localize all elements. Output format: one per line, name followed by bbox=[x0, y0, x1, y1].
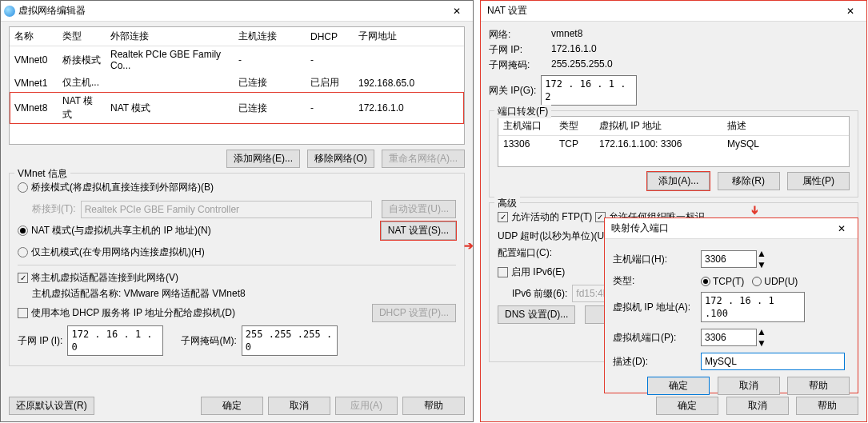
virtual-network-editor-window: 虚拟网络编辑器 ✕ 名称 类型 外部连接 主机连接 DHCP 子网地址 VMne… bbox=[0, 0, 474, 422]
udp-timeout-label: UDP 超时(以秒为单位)(U): bbox=[498, 229, 610, 243]
vm-port-spinner[interactable]: ▲▼ bbox=[757, 326, 766, 349]
close-icon[interactable]: ✕ bbox=[829, 220, 854, 237]
add-network-button[interactable]: 添加网络(E)... bbox=[226, 150, 300, 168]
dhcp-settings-button: DHCP 设置(P)... bbox=[372, 304, 456, 322]
host-port-spinner[interactable]: ▲▼ bbox=[757, 248, 766, 270]
ipv6-prefix-label: IPv6 前缀(6): bbox=[512, 287, 567, 301]
host-adapter-name: 主机虚拟适配器名称: VMware 网络适配器 VMnet8 bbox=[32, 287, 456, 301]
subnet-label: 子网 IP: bbox=[489, 43, 545, 57]
nat-titlebar: NAT 设置 ✕ bbox=[481, 1, 866, 22]
ipv6-checkbox[interactable]: 启用 IPv6(E) bbox=[498, 265, 565, 279]
vm-port-label: 虚拟机端口(P): bbox=[613, 331, 701, 345]
vm-ip-input[interactable]: 172 . 16 . 1 .100 bbox=[701, 292, 805, 322]
help-button[interactable]: 帮助 bbox=[787, 377, 850, 395]
vmnet-info-group: VMnet 信息 桥接模式(将虚拟机直接连接到外部网络)(B) 桥接到(T): … bbox=[9, 173, 465, 366]
vm-ip-label: 虚拟机 IP 地址(A): bbox=[613, 301, 701, 314]
config-port-label: 配置端口(C): bbox=[498, 246, 552, 260]
host-port-label: 主机端口(H): bbox=[613, 253, 701, 266]
gateway-input[interactable]: 172 . 16 . 1 . 2 bbox=[541, 75, 637, 106]
vm-port-input[interactable]: 3306 bbox=[701, 329, 757, 346]
nat-settings-button[interactable]: NAT 设置(S)... bbox=[381, 221, 456, 240]
auto-settings-button: 自动设置(U)... bbox=[382, 200, 456, 218]
pf-properties-button[interactable]: 属性(P) bbox=[787, 172, 850, 190]
rename-network-button: 重命名网络(A)... bbox=[382, 150, 465, 168]
net-label: 网络: bbox=[489, 28, 545, 42]
network-table[interactable]: 名称 类型 外部连接 主机连接 DHCP 子网地址 VMnet0桥接模式Real… bbox=[9, 26, 465, 145]
vmnet-info-legend: VMnet 信息 bbox=[14, 167, 70, 181]
apply-button: 应用(A) bbox=[335, 397, 398, 415]
table-row[interactable]: 13306TCP172.16.1.100: 3306MySQL bbox=[498, 136, 849, 153]
port-forward-table[interactable]: 主机端口 类型 虚拟机 IP 地址 描述 13306TCP172.16.1.10… bbox=[498, 116, 850, 167]
port-forward-group: 端口转发(F) 主机端口 类型 虚拟机 IP 地址 描述 13306TCP172… bbox=[489, 110, 858, 198]
table-header-row: 主机端口 类型 虚拟机 IP 地址 描述 bbox=[498, 117, 849, 136]
port-forward-legend: 端口转发(F) bbox=[494, 105, 551, 118]
map-content: 主机端口(H): 3306 ▲▼ 类型: TCP(T) UDP(U) 虚拟机 I… bbox=[605, 239, 858, 400]
host-port-input[interactable]: 3306 bbox=[701, 250, 757, 268]
main-title: 虚拟网络编辑器 bbox=[15, 4, 444, 18]
close-icon[interactable]: ✕ bbox=[444, 2, 470, 20]
restore-defaults-button[interactable]: 还原默认设置(R) bbox=[9, 397, 94, 415]
subnet-mask-label: 子网掩码(M): bbox=[181, 334, 236, 348]
hostonly-radio[interactable]: 仅主机模式(在专用网络内连接虚拟机)(H) bbox=[18, 245, 205, 259]
ftp-checkbox[interactable]: 允许活动的 FTP(T) bbox=[498, 210, 592, 224]
arrow-down-icon: ➔ bbox=[749, 206, 762, 215]
gateway-label: 网关 IP(G): bbox=[489, 84, 536, 98]
table-row[interactable]: VMnet1仅主机...已连接已启用192.168.65.0 bbox=[10, 74, 464, 92]
map-titlebar: 映射传入端口 ✕ bbox=[605, 218, 858, 239]
desc-label: 描述(D): bbox=[613, 355, 701, 369]
ok-button[interactable]: 确定 bbox=[647, 377, 710, 395]
nat-title: NAT 设置 bbox=[484, 4, 838, 18]
map-port-dialog: 映射传入端口 ✕ 主机端口(H): 3306 ▲▼ 类型: TCP(T) UDP… bbox=[604, 217, 858, 393]
subnet-ip-label: 子网 IP (I): bbox=[18, 334, 62, 348]
table-header-row: 名称 类型 外部连接 主机连接 DHCP 子网地址 bbox=[10, 27, 464, 46]
tcp-radio[interactable]: TCP(T) bbox=[701, 276, 744, 287]
bridge-radio[interactable]: 桥接模式(将虚拟机直接连接到外部网络)(B) bbox=[18, 181, 214, 194]
nat-radio[interactable]: NAT 模式(与虚拟机共享主机的 IP 地址)(N) bbox=[18, 224, 211, 237]
dhcp-checkbox[interactable]: 使用本地 DHCP 服务将 IP 地址分配给虚拟机(D) bbox=[18, 306, 235, 320]
close-icon[interactable]: ✕ bbox=[838, 2, 863, 20]
desc-input[interactable]: MySQL bbox=[701, 353, 845, 370]
cancel-button[interactable]: 取消 bbox=[268, 397, 330, 415]
map-title: 映射传入端口 bbox=[608, 221, 829, 235]
subnet-value: 172.16.1.0 bbox=[551, 43, 597, 57]
mask-value: 255.255.255.0 bbox=[551, 58, 613, 72]
main-titlebar: 虚拟网络编辑器 ✕ bbox=[1, 1, 473, 22]
mask-label: 子网掩码: bbox=[489, 58, 545, 72]
remove-network-button[interactable]: 移除网络(O) bbox=[307, 150, 374, 168]
host-adapter-checkbox[interactable]: 将主机虚拟适配器连接到此网络(V) bbox=[18, 271, 178, 285]
dns-settings-button[interactable]: DNS 设置(D)... bbox=[498, 305, 575, 324]
type-label: 类型: bbox=[613, 274, 701, 288]
net-value: vmnet8 bbox=[551, 28, 582, 42]
udp-radio[interactable]: UDP(U) bbox=[752, 276, 798, 287]
globe-icon bbox=[4, 6, 15, 17]
table-row-selected[interactable]: VMnet8NAT 模式NAT 模式已连接-172.16.1.0 bbox=[10, 92, 464, 124]
arrow-icon: ➔ bbox=[464, 239, 474, 252]
cancel-button[interactable]: 取消 bbox=[718, 377, 780, 395]
pf-remove-button[interactable]: 移除(R) bbox=[718, 172, 780, 190]
table-row[interactable]: VMnet0桥接模式Realtek PCIe GBE Family Co...-… bbox=[10, 46, 464, 74]
subnet-ip-input[interactable]: 172 . 16 . 1 . 0 bbox=[67, 325, 163, 356]
bridge-to-select: Realtek PCIe GBE Family Controller bbox=[81, 201, 373, 218]
help-button[interactable]: 帮助 bbox=[402, 397, 465, 415]
main-content: 名称 类型 外部连接 主机连接 DHCP 子网地址 VMnet0桥接模式Real… bbox=[1, 22, 473, 376]
bridge-to-label: 桥接到(T): bbox=[32, 202, 76, 216]
ok-button[interactable]: 确定 bbox=[201, 397, 263, 415]
advanced-legend: 高级 bbox=[494, 197, 520, 210]
pf-add-button[interactable]: 添加(A)... bbox=[647, 172, 710, 190]
subnet-mask-input[interactable]: 255 .255 .255 . 0 bbox=[242, 325, 338, 356]
